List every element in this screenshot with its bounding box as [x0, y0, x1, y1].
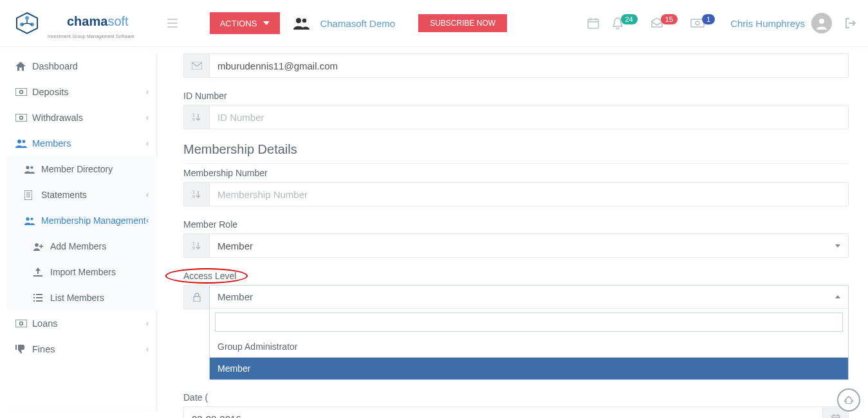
- svg-text:1: 1: [192, 190, 195, 194]
- sidebar-item-deposits[interactable]: Deposits ‹: [6, 79, 158, 105]
- sidebar-item-member-directory[interactable]: Member Directory: [6, 156, 158, 182]
- group-name-link[interactable]: Chamasoft Demo: [320, 18, 395, 29]
- svg-text:9: 9: [192, 246, 195, 250]
- actions-button-label: ACTIONS: [220, 19, 257, 28]
- svg-text:9: 9: [192, 117, 195, 122]
- access-level-option-group-admin[interactable]: Group Administrator: [210, 336, 848, 358]
- envelope-icon: [184, 54, 210, 77]
- users-icon: [24, 217, 41, 225]
- sidebar-item-withdrawals[interactable]: Withdrawals ‹: [6, 105, 158, 131]
- thumbs-down-icon: [15, 345, 32, 354]
- sort-numeric-icon: 19: [184, 183, 210, 206]
- sidebar-item-fines[interactable]: Fines ‹: [6, 336, 158, 362]
- id-label: ID Number: [183, 91, 849, 101]
- sidebar-item-label: Import Members: [50, 267, 116, 277]
- svg-text:9: 9: [192, 194, 195, 199]
- id-group: ID Number 19: [183, 91, 849, 129]
- sidebar-item-label: Membership Management: [41, 215, 146, 226]
- user-menu[interactable]: Chris Humphreys: [730, 13, 832, 33]
- access-level-label: Access Level: [183, 271, 849, 281]
- access-level-value: Member: [217, 291, 253, 302]
- email-input-wrap: [183, 53, 849, 78]
- date-input-wrap: [183, 406, 849, 418]
- user-plus-icon: [33, 242, 50, 251]
- svg-point-15: [20, 116, 23, 120]
- section-membership-details: Membership Details: [183, 142, 849, 164]
- svg-point-11: [819, 19, 824, 24]
- svg-point-24: [26, 217, 29, 220]
- sidebar-item-add-members[interactable]: Add Members: [6, 233, 158, 259]
- chevron-left-icon: ‹: [146, 190, 149, 199]
- svg-rect-12: [15, 88, 27, 96]
- date-group: Date (: [183, 392, 849, 418]
- envelope-icon[interactable]: 15: [651, 18, 678, 28]
- svg-rect-5: [588, 19, 598, 28]
- member-role-value: Member: [217, 241, 253, 251]
- svg-point-25: [30, 217, 33, 220]
- caret-down-icon: [835, 244, 840, 248]
- header-right: 24 15 1 Chris Humphreys: [587, 13, 857, 33]
- sidebar-item-loans[interactable]: Loans ‹: [6, 311, 158, 336]
- username-label: Chris Humphreys: [730, 18, 805, 29]
- sidebar-item-import-members[interactable]: Import Members: [6, 259, 158, 285]
- member-role-select[interactable]: 19 Member: [183, 233, 849, 258]
- access-level-group: Access Level Member Group Administra: [183, 271, 849, 380]
- money-icon[interactable]: 1: [690, 18, 715, 28]
- access-level-search-wrap: [210, 309, 848, 336]
- chevron-left-icon: ‹: [146, 216, 149, 225]
- member-role-label: Member Role: [183, 219, 849, 230]
- membership-number-wrap: 19: [183, 182, 849, 206]
- svg-point-4: [302, 19, 306, 23]
- sidebar-item-label: Withdrawals: [32, 113, 83, 123]
- logo-tagline: Investment Group Management Software: [48, 34, 148, 39]
- sidebar-item-statements[interactable]: Statements ‹: [6, 182, 158, 208]
- list-icon: [33, 294, 50, 302]
- scroll-to-top-button[interactable]: [837, 388, 860, 412]
- sidebar-item-membership-management[interactable]: Membership Management ‹: [6, 208, 158, 233]
- svg-rect-36: [15, 320, 27, 327]
- sidebar-item-label: Deposits: [32, 87, 68, 97]
- logo[interactable]: chamasoft Investment Group Management So…: [12, 8, 148, 39]
- membership-number-input[interactable]: [210, 183, 848, 206]
- money-icon: [15, 114, 32, 122]
- svg-rect-29: [33, 275, 42, 277]
- svg-text:1: 1: [192, 113, 195, 117]
- logo-text: chamasoft Investment Group Management So…: [48, 8, 148, 39]
- membership-number-label: Membership Number: [183, 168, 849, 178]
- svg-point-17: [23, 140, 26, 143]
- logout-icon[interactable]: [845, 17, 856, 29]
- sidebar-item-list-members[interactable]: List Members: [6, 285, 158, 311]
- sidebar-item-members[interactable]: Members ‹: [6, 131, 158, 156]
- svg-point-18: [26, 165, 29, 168]
- svg-point-3: [296, 18, 301, 23]
- actions-button[interactable]: ACTIONS: [210, 12, 281, 34]
- svg-rect-35: [36, 300, 42, 302]
- date-input[interactable]: [184, 407, 822, 418]
- access-level-select-open[interactable]: Member Group Administrator Member: [209, 285, 849, 380]
- logo-text-chama: chama: [67, 14, 107, 28]
- svg-rect-33: [36, 297, 42, 298]
- chevron-down-icon: [263, 21, 270, 25]
- svg-rect-34: [33, 300, 35, 302]
- document-icon: [24, 190, 41, 200]
- calendar-icon[interactable]: [587, 17, 599, 29]
- home-icon: [15, 62, 32, 71]
- sort-numeric-icon: 19: [184, 234, 210, 257]
- email-input[interactable]: [210, 54, 848, 77]
- chevron-left-icon: ‹: [146, 345, 149, 354]
- chevron-left-icon: ‹: [146, 87, 149, 96]
- access-level-selected[interactable]: Member: [210, 286, 848, 309]
- users-icon[interactable]: [293, 17, 309, 30]
- svg-rect-38: [192, 62, 202, 69]
- id-input[interactable]: [210, 105, 848, 129]
- id-input-wrap: 19: [183, 105, 849, 129]
- subscribe-button[interactable]: SUBSCRIBE NOW: [418, 14, 507, 32]
- access-level-option-member[interactable]: Member: [210, 358, 848, 379]
- envelope-badge: 15: [661, 14, 678, 24]
- svg-rect-14: [15, 114, 27, 122]
- access-level-search-input[interactable]: [215, 313, 843, 332]
- bell-icon[interactable]: 24: [612, 17, 638, 30]
- sidebar-item-dashboard[interactable]: Dashboard: [6, 53, 158, 79]
- menu-toggle-icon[interactable]: [161, 12, 184, 35]
- users-icon: [24, 165, 41, 174]
